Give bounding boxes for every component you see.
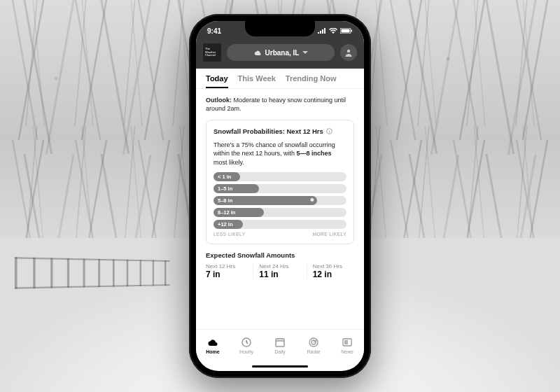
- home-indicator[interactable]: [196, 361, 364, 371]
- desc-part: most likely.: [214, 159, 244, 166]
- svg-text:i: i: [329, 130, 330, 134]
- bottom-nav: HomeHourlyDailyRadarNews: [196, 329, 364, 361]
- desc-bold: 5—8 inches: [297, 150, 332, 157]
- card-title: Snowfall Probabilities: Next 12 Hrs i: [214, 127, 346, 135]
- expected-grid: Next 12 Hrs7 inNext 24 Hrs11 inNext 36 H…: [206, 263, 354, 279]
- expected-value: 7 in: [206, 270, 247, 279]
- svg-point-3: [347, 50, 350, 52]
- probability-row: +12 in: [214, 220, 346, 229]
- person-icon: [344, 48, 353, 57]
- nav-label: Hourly: [239, 349, 253, 354]
- expected-value: 11 in: [259, 270, 300, 279]
- expected-label: Next 24 Hrs: [259, 263, 300, 270]
- tab-this-week[interactable]: This Week: [238, 74, 276, 88]
- expected-label: Next 36 Hrs: [313, 263, 354, 270]
- signal-icon: [318, 28, 326, 34]
- outlook-text: Outlook: Moderate to heavy snow continui…: [206, 96, 354, 113]
- more-likely-label: MORE LIKELY: [313, 232, 346, 237]
- nav-hourly[interactable]: Hourly: [230, 330, 263, 361]
- expected-column: Next 24 Hrs11 in: [259, 263, 307, 279]
- card-description: There's a 75% chance of snowfall occurri…: [214, 141, 346, 166]
- snowfall-probabilities-card: Snowfall Probabilities: Next 12 Hrs i Th…: [206, 120, 354, 244]
- tab-today[interactable]: Today: [206, 74, 228, 88]
- nav-news[interactable]: News: [330, 330, 364, 361]
- expected-column: Next 12 Hrs7 in: [206, 263, 253, 279]
- probability-fill: 1–5 in: [214, 184, 259, 193]
- likely-scale: LESS LIKELY MORE LIKELY: [214, 232, 346, 237]
- location-selector[interactable]: Urbana, IL: [227, 44, 335, 61]
- probability-fill: +12 in: [214, 220, 243, 229]
- expected-label: Next 12 Hrs: [206, 263, 247, 270]
- phone-screen: 9:41 The Weather Channel Urbana, IL T: [196, 21, 364, 371]
- battery-icon: [340, 28, 353, 34]
- app-header: The Weather Channel Urbana, IL: [196, 41, 364, 69]
- probability-fill: 8–12 in: [214, 208, 264, 217]
- card-title-text: Snowfall Probabilities: Next 12 Hrs: [214, 127, 323, 135]
- news-icon: [342, 337, 353, 348]
- info-icon[interactable]: i: [326, 128, 332, 134]
- top-tabs: TodayThis WeekTrending Now: [196, 69, 364, 89]
- expected-value: 12 in: [313, 270, 354, 279]
- cloud-icon: [253, 50, 262, 56]
- probability-row: 5–8 in: [214, 196, 346, 205]
- expected-title: Expected Snowfall Amounts: [206, 251, 354, 259]
- nav-label: Radar: [307, 349, 320, 354]
- svg-rect-1: [342, 29, 350, 33]
- nav-label: Home: [206, 349, 219, 354]
- wifi-icon: [329, 28, 337, 34]
- status-time: 9:41: [207, 27, 221, 35]
- phone-notch: [245, 21, 315, 36]
- nav-label: News: [341, 349, 354, 354]
- nav-radar[interactable]: Radar: [297, 330, 330, 361]
- profile-button[interactable]: [340, 44, 357, 61]
- nav-home[interactable]: Home: [196, 330, 230, 361]
- phone-frame: 9:41 The Weather Channel Urbana, IL T: [189, 14, 371, 378]
- probability-row: 1–5 in: [214, 184, 346, 193]
- clock-icon: [241, 337, 252, 348]
- expected-column: Next 36 Hrs12 in: [313, 263, 354, 279]
- probability-row: < 1 in: [214, 172, 346, 181]
- probability-bars: < 1 in1–5 in5–8 in8–12 in+12 in: [214, 172, 346, 229]
- location-name: Urbana, IL: [265, 49, 300, 57]
- tab-trending-now[interactable]: Trending Now: [286, 74, 337, 88]
- probability-fill: 5–8 in: [214, 196, 317, 205]
- less-likely-label: LESS LIKELY: [214, 232, 246, 237]
- probability-fill: < 1 in: [214, 172, 240, 181]
- outlook-prefix: Outlook:: [206, 97, 232, 104]
- background-fence: [15, 257, 170, 288]
- chevron-down-icon: [302, 51, 308, 55]
- svg-rect-2: [351, 30, 353, 32]
- calendar-icon: [274, 337, 286, 348]
- brand-logo[interactable]: The Weather Channel: [203, 43, 221, 62]
- cloud-icon: [207, 337, 218, 348]
- probability-row: 8–12 in: [214, 208, 346, 217]
- nav-daily[interactable]: Daily: [263, 330, 297, 361]
- radar-icon: [308, 337, 319, 348]
- nav-label: Daily: [274, 349, 286, 354]
- svg-rect-7: [276, 339, 284, 346]
- brand-line: Channel: [205, 54, 219, 57]
- content[interactable]: Outlook: Moderate to heavy snow continui…: [196, 89, 364, 329]
